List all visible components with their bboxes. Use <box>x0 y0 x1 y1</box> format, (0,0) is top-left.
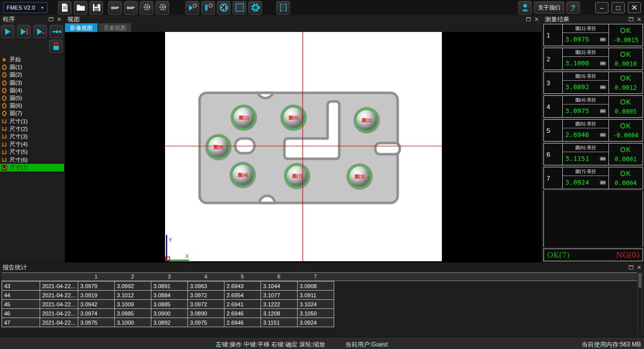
result-deviation: 0.0001 <box>615 156 636 163</box>
float-panel-icon[interactable] <box>629 17 633 21</box>
calibration-grid-button[interactable] <box>233 1 246 15</box>
tree-item-dimension-3[interactable]: 尺寸(3) <box>0 133 64 141</box>
float-panel-icon[interactable] <box>49 17 53 21</box>
result-unit: mm <box>600 133 606 137</box>
stop-camera-button[interactable] <box>201 1 215 15</box>
float-panel-icon[interactable] <box>629 265 633 269</box>
bmp-label: BMP <box>111 6 119 10</box>
program-lock-toolbar <box>0 38 64 53</box>
result-row[interactable]: 6 圆(6)-直径 3.1151mm OK 0.0001 <box>543 143 643 165</box>
table-row[interactable]: 452021-04-22... 3.09423.1009 3.08853.097… <box>2 300 334 309</box>
calibration-grid-icon <box>235 3 245 13</box>
run-all-button[interactable] <box>1 25 14 38</box>
close-panel-icon[interactable]: ✕ <box>637 265 641 270</box>
report-panel-title: 报告统计 <box>3 263 27 272</box>
detected-circle-3: 圆(3) <box>347 164 372 189</box>
tree-item-circle-3[interactable]: 圆(3) <box>0 79 64 87</box>
table-row[interactable]: 462021-04-22... 3.09743.0985 3.09003.089… <box>2 309 334 318</box>
result-row[interactable]: 3 圆(3)-直径 3.0892mm OK 0.0012 <box>543 72 643 94</box>
minimize-button[interactable]: – <box>595 2 608 13</box>
tree-item-circle-7[interactable]: 圆(7) <box>0 110 64 117</box>
dimension-tool-icon <box>2 157 7 163</box>
tree-item-dimension-6[interactable]: 尺寸(6) <box>0 156 64 163</box>
result-name: 圆(1)-直径 <box>563 24 608 33</box>
report-scrollbar[interactable] <box>637 272 642 334</box>
tree-item-dimension-1[interactable]: 尺寸(1) <box>0 118 64 125</box>
dimension-tool-icon <box>2 126 7 132</box>
result-row[interactable]: 7 圆(7)-直径 3.0924mm OK 0.0004 <box>543 167 643 189</box>
tree-item-circle-4[interactable]: 圆(4) <box>0 87 64 94</box>
result-name: 圆(5)-直径 <box>563 120 608 128</box>
tab-image-view[interactable]: 影像视图 <box>65 23 98 32</box>
circle-label: 圆(6) <box>288 115 299 120</box>
camera-config-button-1[interactable] <box>140 1 153 15</box>
result-row[interactable]: 1 圆(1)-直径 3.0975mm OK -0.0015 <box>543 24 643 46</box>
table-row[interactable]: 472021-04-22... 3.09753.1000 3.08923.097… <box>2 318 334 327</box>
table-row[interactable]: 442021-04-22... 3.09193.1012 3.08843.097… <box>2 291 334 300</box>
result-value: 3.0924 <box>565 179 589 186</box>
app-version-selector[interactable]: FMES V2.0 ▼ <box>3 2 48 13</box>
detected-circle-1: 圆(1) <box>232 106 256 130</box>
open-file-button[interactable] <box>74 1 87 15</box>
result-deviation: 0.0005 <box>615 108 636 115</box>
circle-tool-icon <box>2 80 7 86</box>
close-button[interactable]: ✕ <box>628 2 641 13</box>
lock-button[interactable] <box>49 40 62 53</box>
new-file-button[interactable] <box>58 1 72 15</box>
camera-config-button-2[interactable] <box>155 1 169 15</box>
close-panel-icon[interactable]: ✕ <box>57 17 61 22</box>
main-toolbar: FMES V2.0 ▼ → BMP BMP → <box>0 0 644 15</box>
user-account-button[interactable] <box>518 1 532 15</box>
table-row[interactable]: 432021-04-22... 3.09793.0992 3.08913.096… <box>2 282 334 291</box>
scrollbar-thumb[interactable] <box>638 273 641 288</box>
step-into-button[interactable] <box>50 25 63 38</box>
image-canvas[interactable]: 圆(1) 圆(6) 圆(2) 圆(5) <box>65 32 541 262</box>
close-panel-icon[interactable]: ✕ <box>637 17 641 22</box>
tree-item-dimension-4[interactable]: 尺寸(4) <box>0 141 64 148</box>
result-unit: mm <box>600 109 606 113</box>
program-panel-header: 程序 ✕ <box>0 15 64 23</box>
result-row[interactable]: 2 圆(2)-直径 3.1000mm OK 0.0010 <box>543 48 643 70</box>
bmp-import-button[interactable]: → BMP <box>108 1 122 15</box>
detected-circle-6: 圆(6) <box>281 106 306 130</box>
inspection-overlay: 圆(1) 圆(6) 圆(2) 圆(5) <box>165 32 442 261</box>
ng-count: NG(0) <box>616 251 639 260</box>
run-camera-button[interactable] <box>185 1 199 15</box>
result-deviation: -0.0004 <box>613 132 639 139</box>
tree-item-circle-5[interactable]: 圆(5) <box>0 94 64 102</box>
run-single-step-button[interactable] <box>34 25 47 38</box>
close-panel-icon[interactable]: ✕ <box>534 17 539 22</box>
settings-button[interactable] <box>248 1 262 15</box>
tree-item-start[interactable]: 开始 <box>0 56 64 63</box>
view-tabbar: 影像视图 元素视图 <box>65 23 541 32</box>
about-us-button[interactable]: 关于我们 <box>534 2 564 14</box>
tree-item-dimension-2[interactable]: 尺寸(2) <box>0 125 64 133</box>
save-button[interactable] <box>89 1 103 15</box>
current-user-text: 当前用户:Guest <box>345 340 388 349</box>
stop-gear-icon <box>203 3 213 13</box>
program-run-toolbar <box>0 23 64 38</box>
aperture-button[interactable] <box>217 1 231 15</box>
tree-item-dimension-5[interactable]: 尺寸(5) <box>0 148 64 156</box>
result-row[interactable]: 5 圆(5)-直径 2.6946mm OK -0.0004 <box>543 119 643 142</box>
report-panel-header: 报告统计 ✕ <box>0 263 644 271</box>
tab-element-view[interactable]: 元素视图 <box>99 23 131 32</box>
tree-item-circle-1[interactable]: 圆(1) <box>0 63 64 71</box>
help-button[interactable]: ? <box>566 2 580 14</box>
camera-image[interactable]: 圆(1) 圆(6) 圆(2) 圆(5) <box>165 32 442 261</box>
tree-item-circle-2[interactable]: 圆(2) <box>0 71 64 79</box>
export-arrow-icon: → <box>131 9 136 14</box>
tree-item-dimension-7-selected[interactable]: 尺寸(7) <box>0 164 64 171</box>
circle-tool-icon <box>2 64 7 70</box>
run-to-breakpoint-button[interactable] <box>17 25 30 38</box>
circle-label: 圆(5) <box>213 145 223 150</box>
exit-button[interactable] <box>276 1 290 15</box>
float-panel-icon[interactable] <box>526 17 531 21</box>
mouse-help-text: 左键:操作 中键:平移 右键:确定 滚轮:缩放 <box>216 340 325 349</box>
bmp-export-button[interactable]: BMP → <box>124 1 138 15</box>
result-name: 圆(2)-直径 <box>563 48 608 57</box>
maximize-button[interactable]: □ <box>611 2 625 13</box>
arrow-into-dot-icon <box>51 26 62 37</box>
result-row[interactable]: 4 圆(4)-直径 3.0975mm OK 0.0005 <box>543 95 643 118</box>
tree-item-circle-6[interactable]: 圆(6) <box>0 102 64 110</box>
